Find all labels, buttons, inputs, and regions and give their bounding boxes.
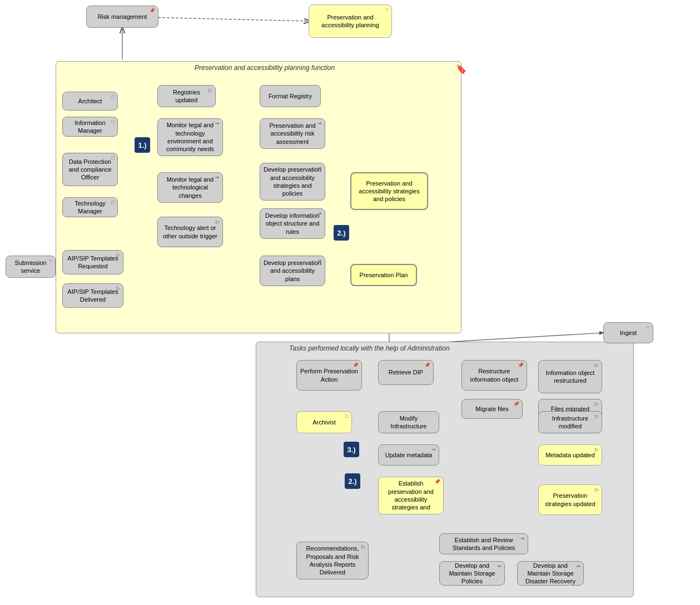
diagram-container: Preservation and accessibility planning … <box>0 0 700 605</box>
develop-preservation-strategies-label: Develop preservation and accessibility s… <box>264 166 321 197</box>
flow-icon: ▷ <box>116 252 120 259</box>
actor-icon: □ <box>112 94 115 101</box>
flow-icon13: ▷ <box>595 413 599 420</box>
submission-service-node: Submission service ○ <box>6 256 56 278</box>
flow-icon7: ⇒ <box>317 165 322 172</box>
establish-review-node: Establish and Review Standards and Polic… <box>439 533 528 554</box>
information-manager-label: Information Manager <box>66 119 114 135</box>
preservation-risk-label: Preservation and accessibility risk asse… <box>264 122 321 146</box>
modify-infrastructure-node: Modify Infrastructure <box>378 411 439 433</box>
risk-management-node: Risk management 📌 <box>86 6 158 28</box>
migrate-files-label: Migrate files <box>475 405 508 413</box>
recommendations-label: Recommendations, Proposals and Risk Anal… <box>300 544 365 576</box>
flow-icon17: ▷ <box>361 544 365 551</box>
actor-icon3: □ <box>112 155 115 162</box>
develop-info-object-label: Develop information object structure and… <box>264 212 321 236</box>
technology-manager-label: Technology Manager <box>66 199 114 216</box>
flow-icon12: ▷ <box>595 401 599 408</box>
format-registry-label: Format Registry <box>269 92 312 100</box>
preservation-plan-node: Preservation Plan <box>350 264 417 286</box>
develop-preservation-plans-label: Develop preservation and accessibility p… <box>264 259 321 283</box>
swim-lane-preservation-label: Preservation and accessibility planning … <box>195 64 335 72</box>
establish-review-label: Establish and Review Standards and Polic… <box>443 536 524 552</box>
preservation-strategies-label: Preservation and accessibility strategie… <box>355 179 424 203</box>
flow-icon9: ⇒ <box>317 211 322 217</box>
develop-maintain-disaster-node: Develop and Maintain Storage Disaster Re… <box>517 561 584 586</box>
monitor-legal-changes-label: Monitor legal and technological changes <box>161 176 219 199</box>
actor-icon5: □ <box>346 413 349 420</box>
data-protection-label: Data Protection and compliance Officer <box>66 158 114 182</box>
actor-icon4: □ <box>112 199 115 206</box>
preservation-plan-label: Preservation Plan <box>360 271 408 279</box>
information-manager-node: Information Manager □ <box>62 117 118 137</box>
pin-icon5: 📌 <box>513 401 519 408</box>
monitor-legal-tech-node: Monitor legal and technology environment… <box>157 118 223 156</box>
architect-node: Architect □ <box>62 92 118 111</box>
metadata-updated-label: Metadata updated <box>545 451 595 459</box>
update-metadata-label: Update metadata <box>385 451 432 459</box>
open-icon: ○ <box>386 7 389 13</box>
data-protection-node: Data Protection and compliance Officer □ <box>62 153 118 186</box>
flow-icon10: ⇒ <box>317 258 322 264</box>
retrieve-dip-label: Retrieve DIP <box>389 368 423 376</box>
ingest-label: Ingest <box>620 329 637 337</box>
flow-icon2: ▷ <box>116 286 120 292</box>
submission-service-label: Submission service <box>9 259 52 275</box>
preservation-planning-top-label: Preservation and accessibility planning <box>312 13 388 29</box>
pin-icon2: 📌 <box>353 362 359 369</box>
swim-lane-tasks-label: Tasks performed locally with the help of… <box>289 344 450 352</box>
flow-icon3: ▷ <box>208 87 212 94</box>
flow-icon4: ⇒ <box>215 121 220 127</box>
flow-icon19: ⇒ <box>497 563 502 570</box>
badge-3: 3.) <box>344 442 359 457</box>
flow-icon5: ⇒ <box>317 121 322 127</box>
flow-icon20: ⇒ <box>576 563 580 570</box>
flow-icon18: ⇒ <box>520 536 525 542</box>
aip-sip-delivered-label: AIP/SIP Templates Delivered <box>66 288 120 304</box>
establish-preservation-label: Establish preservation and accessibility… <box>382 479 440 511</box>
pin-icon3: 📌 <box>424 362 430 369</box>
info-restructured-label: Information object restructured <box>542 369 598 385</box>
preservation-strategies-updated-label: Preservation strategies updated <box>542 492 598 508</box>
preservation-planning-top-node: Preservation and accessibility planning … <box>309 4 392 38</box>
retrieve-dip-node: Retrieve DIP 📌 <box>378 360 434 385</box>
badge-1: 1.) <box>135 137 150 153</box>
format-registry-node: Format Registry <box>260 85 321 107</box>
actor-icon2: □ <box>112 119 115 126</box>
infrastructure-modified-label: Infrastructure modified <box>542 414 598 431</box>
archivist-label: Archivist <box>312 418 336 426</box>
develop-maintain-disaster-label: Develop and Maintain Storage Disaster Re… <box>521 562 580 586</box>
aip-sip-delivered-node: AIP/SIP Templates Delivered ▷ <box>62 283 123 308</box>
bookmark-icon: 🔖 <box>456 64 467 74</box>
technology-alert-node: Technology alert or other outside trigge… <box>157 217 223 247</box>
circle-icon2: ○ <box>647 324 650 331</box>
ingest-node: Ingest ○ <box>603 322 653 343</box>
develop-preservation-plans-node: Develop preservation and accessibility p… <box>260 256 325 286</box>
flow-icon16: ▷ <box>595 487 599 493</box>
modify-infrastructure-label: Modify Infrastructure <box>382 414 435 431</box>
registries-updated-node: Registries updated ▷ <box>157 85 216 107</box>
update-metadata-node: Update metadata ⇒ <box>378 444 439 466</box>
risk-management-label: Risk management <box>98 13 147 21</box>
restructure-info-label: Restructure information object <box>465 367 523 383</box>
preservation-strategies-policies-node: Preservation and accessibility strategie… <box>350 172 428 210</box>
registries-updated-label: Registries updated <box>161 88 212 104</box>
develop-info-object-node: Develop information object structure and… <box>260 208 325 239</box>
perform-preservation-node: Perform Preservation Action 📌 <box>296 360 362 391</box>
perform-preservation-label: Perform Preservation Action <box>300 367 358 383</box>
develop-maintain-storage-label: Develop and Maintain Storage Policies <box>443 562 501 586</box>
circle-icon: ○ <box>49 258 52 264</box>
info-restructured-node: Information object restructured ▷ <box>538 360 602 393</box>
pin-icon6: 📌 <box>434 479 440 486</box>
recommendations-node: Recommendations, Proposals and Risk Anal… <box>296 542 369 579</box>
aip-sip-requested-label: AIP/SIP Templates Requested <box>66 254 120 271</box>
establish-preservation-node: Establish preservation and accessibility… <box>378 477 444 514</box>
flow-icon6: ⇒ <box>215 174 220 181</box>
develop-preservation-strategies-node: Develop preservation and accessibility s… <box>260 163 325 201</box>
archivist-node: Archivist □ <box>296 411 352 433</box>
infrastructure-modified-node: Infrastructure modified ▷ <box>538 411 602 433</box>
pin-icon4: 📌 <box>518 362 524 369</box>
monitor-legal-tech-label: Monitor legal and technology environment… <box>161 121 219 153</box>
flow-icon14: ⇒ <box>431 447 436 453</box>
aip-sip-requested-node: AIP/SIP Templates Requested ▷ <box>62 250 123 274</box>
